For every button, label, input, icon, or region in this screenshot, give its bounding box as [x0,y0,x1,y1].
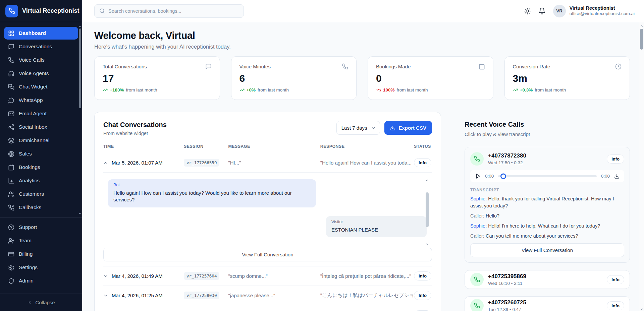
row-response: "こんにちは！私はバーチャルレセプショ... [320,292,414,299]
sidebar-item-label: Settings [19,264,38,270]
user-name: Virtual Receptionist [570,5,635,11]
message-circle-icon [8,97,14,104]
page-scrollbar[interactable] [639,22,644,311]
play-button-icon[interactable] [475,173,481,179]
sidebar-item-callbacks[interactable]: Callbacks [4,201,78,214]
table-row[interactable]: Mar 4, 2026, 01:49 AM vr_177257604 "scum… [103,266,432,286]
sidebar-item-settings[interactable]: Settings [4,261,78,274]
scroll-up-icon[interactable] [640,23,644,27]
scroll-down-icon[interactable] [425,241,429,245]
sidebar-item-label: Callbacks [19,204,41,210]
sidebar-item-bookings[interactable]: Bookings [4,161,78,174]
export-csv-button[interactable]: Export CSV [384,121,432,135]
scroll-down-icon[interactable] [640,306,644,310]
avatar: VR [553,5,566,17]
call-avatar [470,152,484,166]
layers-icon [8,137,14,144]
user-menu[interactable]: VR Virtual Receptionist office@virtualre… [553,5,635,17]
info-button[interactable]: Info [607,154,624,164]
trending-up-icon [239,87,245,92]
scroll-up-icon[interactable] [425,177,429,181]
table-row[interactable]: Mar 5, 2026, 01:07 AM vr_177266559 "HI..… [103,153,432,173]
sidebar-item-sales[interactable]: Sales [4,147,78,160]
stat-card-bookings-made: Bookings Made 0 100% from last month [368,56,493,100]
collapse-sidebar-button[interactable]: Collapse [0,294,82,311]
search-input[interactable] [108,8,239,14]
view-full-conversation-button[interactable]: View Full Conversation [470,243,624,257]
phone-icon [474,156,480,162]
sidebar-item-omnichannel[interactable]: Omnichannel [4,134,78,147]
sidebar-item-team[interactable]: Team [4,234,78,247]
gear-icon [8,264,14,271]
sidebar-item-email-agent[interactable]: Email Agent [4,107,78,120]
info-button[interactable]: Info [607,275,624,284]
sidebar: Virtual Receptionist Dashboard Conversat… [0,0,82,311]
sidebar-scrollbar-thumb[interactable] [79,28,81,108]
row-message: "HI..." [228,160,320,166]
bubble-text: Hello again! How can I assist you today?… [113,190,311,203]
sidebar-nav: Dashboard Conversations Voice Calls Voic… [0,22,82,214]
voice-call-card-expanded[interactable]: +40737872380 Wed 17:50 • 0:32 Info 0:00 [465,147,630,263]
sidebar-item-whatsapp[interactable]: WhatsApp [4,94,78,107]
sidebar-scroll-up-icon[interactable] [78,23,82,27]
sidebar-secondary-nav: Support Team Billing Settings Admin [0,220,82,288]
view-full-conversation-button[interactable]: View Full Conversation [103,248,432,261]
sidebar-item-support[interactable]: Support [4,221,78,234]
sidebar-item-voice-calls[interactable]: Voice Calls [4,54,78,66]
theme-toggle-sun-icon[interactable] [524,7,531,15]
collapse-label: Collapse [35,300,55,305]
transcript-line: Caller: Can you tell me more about your … [470,233,624,240]
chevron-down-icon[interactable] [103,293,108,298]
info-button[interactable]: Info [607,301,624,310]
headphones-icon [8,70,14,77]
table-row[interactable]: Mar 4, 2026, 01:14 AM vr_177257662 "ce p… [103,305,432,311]
sidebar-item-chat-widget[interactable]: Chat Widget [4,80,78,93]
global-search[interactable] [94,4,244,18]
column-header-time: TIME [103,144,184,149]
info-button[interactable]: Info [414,291,431,300]
chevron-up-icon[interactable] [103,161,108,165]
download-icon [390,125,395,131]
sidebar-item-label: Sales [19,151,32,157]
stat-value: 3m [513,73,622,84]
player-seek-track[interactable] [498,175,596,177]
scrollbar-thumb[interactable] [426,192,429,227]
phone-icon [474,303,480,309]
player-elapsed-time: 0:00 [485,174,494,179]
sidebar-item-customers[interactable]: Customers [4,188,78,200]
sidebar-item-voice-agents[interactable]: Voice Agents [4,67,78,80]
notifications-bell-icon[interactable] [538,7,546,15]
sidebar-item-billing[interactable]: Billing [4,248,78,260]
trending-up-icon [103,87,108,92]
chevron-down-icon[interactable] [103,274,108,278]
sidebar-item-label: Voice Agents [19,70,49,76]
info-button[interactable]: Info [414,271,431,281]
table-row[interactable]: Mar 4, 2026, 01:25 AM vr_177258030 "japa… [103,286,432,305]
sidebar-item-dashboard[interactable]: Dashboard [4,27,78,40]
brand-name: Virtual Receptionist [22,7,79,14]
sidebar-item-analytics[interactable]: Analytics [4,174,78,187]
sidebar-item-social-inbox[interactable]: Social Inbox [4,121,78,133]
info-button[interactable]: Info [414,158,431,167]
sidebar-scroll-down-icon[interactable] [78,210,82,214]
page-subtitle: Here's what's happening with your AI rec… [94,44,630,50]
transcript-label: TRANSCRIPT [470,188,624,192]
sidebar-item-conversations[interactable]: Conversations [4,40,78,53]
voice-call-card[interactable]: +40725395869 Wed 16:10 • 2:11 Info [465,270,630,289]
row-message: "japanesse please..." [228,293,320,298]
player-seek-handle[interactable] [500,173,506,179]
scrollbar-thumb[interactable] [640,29,643,50]
row-time: Mar 4, 2026, 01:49 AM [112,273,163,279]
sidebar-item-admin[interactable]: Admin [4,274,78,287]
sidebar-item-label: Customers [19,191,44,197]
transcript-line: Sophie: Hello! I'm here to help. What ca… [470,223,624,230]
voice-section-title: Recent Voice Calls [465,121,630,128]
conversation-scrollbar[interactable] [425,177,429,245]
conversation-scroll-area[interactable]: Bot Hello again! How can I assist you to… [103,177,432,245]
call-avatar [470,299,484,311]
column-header-session: SESSION [184,144,228,149]
date-range-select[interactable]: Last 7 days [336,121,380,135]
voice-call-card[interactable]: +40725260725 Tue 12:39 • 0:47 Info [465,296,630,311]
download-recording-icon[interactable] [614,174,620,179]
call-meta: Wed 17:50 • 0:32 [488,160,526,165]
